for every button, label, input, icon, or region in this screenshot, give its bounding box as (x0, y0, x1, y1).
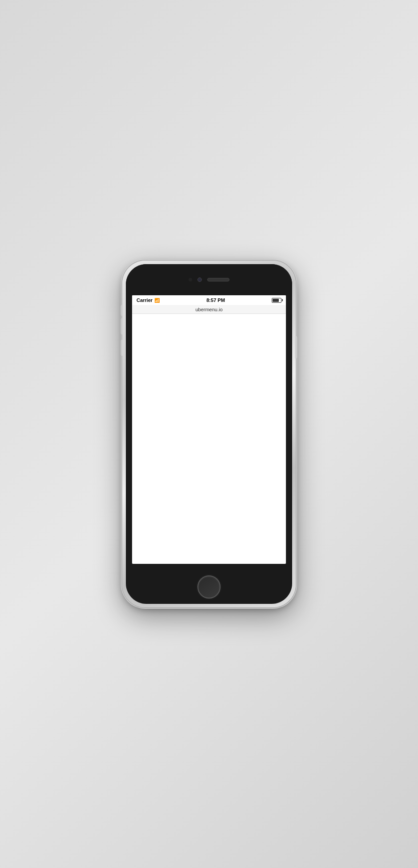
status-time: 8:57 PM (206, 297, 225, 303)
url-bar: ubermenu.io (132, 305, 286, 314)
volume-up-button[interactable] (121, 318, 123, 334)
front-camera (197, 277, 202, 282)
volume-down-button[interactable] (121, 340, 123, 356)
mute-button[interactable] (121, 305, 123, 316)
iphone-inner: Carrier 📶 8:57 PM ubermenu.io (126, 264, 292, 604)
page-wrapper: Carrier 📶 8:57 PM ubermenu.io (0, 0, 418, 868)
status-left: Carrier 📶 (137, 297, 160, 303)
wifi-icon: 📶 (154, 298, 160, 303)
front-sensor (189, 278, 192, 281)
battery-fill (273, 299, 279, 302)
iphone-outer: Carrier 📶 8:57 PM ubermenu.io (122, 261, 296, 607)
carrier-label: Carrier (137, 297, 153, 303)
status-bar: Carrier 📶 8:57 PM (132, 295, 286, 305)
speaker-grille (207, 278, 229, 281)
iphone-frame: Carrier 📶 8:57 PM ubermenu.io (122, 261, 296, 607)
home-button[interactable] (197, 575, 221, 599)
status-right (272, 298, 281, 303)
top-bar (126, 264, 292, 295)
screen: Carrier 📶 8:57 PM ubermenu.io (132, 295, 286, 564)
power-button[interactable] (295, 336, 297, 358)
url-text: ubermenu.io (195, 307, 222, 312)
battery-icon (272, 298, 281, 303)
